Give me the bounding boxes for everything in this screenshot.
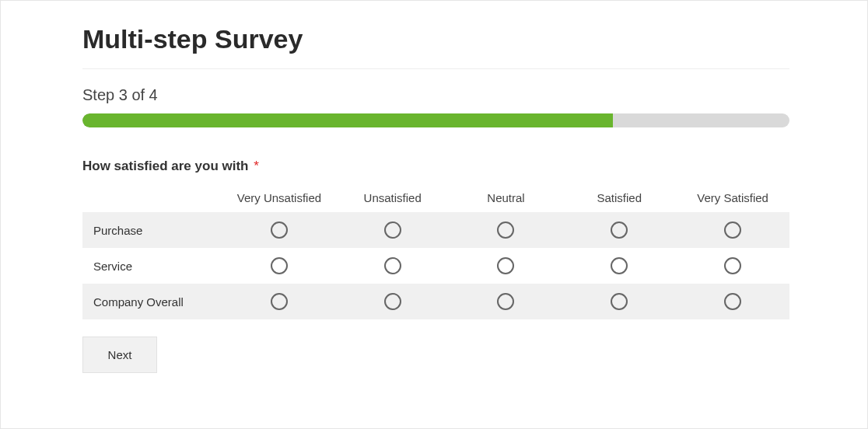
progress-bar-track [82,113,789,127]
table-row: Purchase [82,212,789,248]
likert-matrix: Very Unsatisfied Unsatisfied Neutral Sat… [82,187,789,319]
radio-company-neutral[interactable] [497,293,514,310]
progress-bar-fill [82,113,613,127]
radio-purchase-satisfied[interactable] [611,221,628,239]
row-label-purchase: Purchase [82,212,222,248]
radio-service-very-satisfied[interactable] [724,257,741,274]
radio-service-neutral[interactable] [497,257,514,274]
col-header-very-satisfied: Very Satisfied [676,187,789,212]
col-header-very-unsatisfied: Very Unsatisfied [222,187,336,212]
question-text: How satisfied are you with [82,159,249,173]
radio-company-unsatisfied[interactable] [384,293,401,310]
row-label-company-overall: Company Overall [82,284,222,319]
row-label-service: Service [82,248,222,284]
matrix-corner [82,187,222,212]
question-label: How satisfied are you with * [82,159,789,174]
radio-purchase-very-satisfied[interactable] [724,221,741,239]
col-header-neutral: Neutral [450,187,563,212]
radio-service-unsatisfied[interactable] [384,257,401,274]
survey-frame: Multi-step Survey Step 3 of 4 How satisf… [0,0,868,429]
radio-company-very-satisfied[interactable] [724,293,741,310]
table-row: Company Overall [82,284,789,319]
radio-purchase-neutral[interactable] [497,221,514,239]
radio-company-satisfied[interactable] [611,293,628,310]
step-indicator: Step 3 of 4 [82,86,789,104]
required-asterisk: * [254,159,259,173]
radio-purchase-very-unsatisfied[interactable] [271,221,288,239]
col-header-satisfied: Satisfied [562,187,676,212]
radio-company-very-unsatisfied[interactable] [271,293,288,310]
page-title: Multi-step Survey [82,24,789,54]
radio-service-satisfied[interactable] [611,257,628,274]
radio-purchase-unsatisfied[interactable] [384,221,401,239]
table-row: Service [82,248,789,284]
radio-service-very-unsatisfied[interactable] [271,257,288,274]
next-button[interactable]: Next [82,337,157,373]
title-divider [82,68,789,69]
col-header-unsatisfied: Unsatisfied [336,187,450,212]
